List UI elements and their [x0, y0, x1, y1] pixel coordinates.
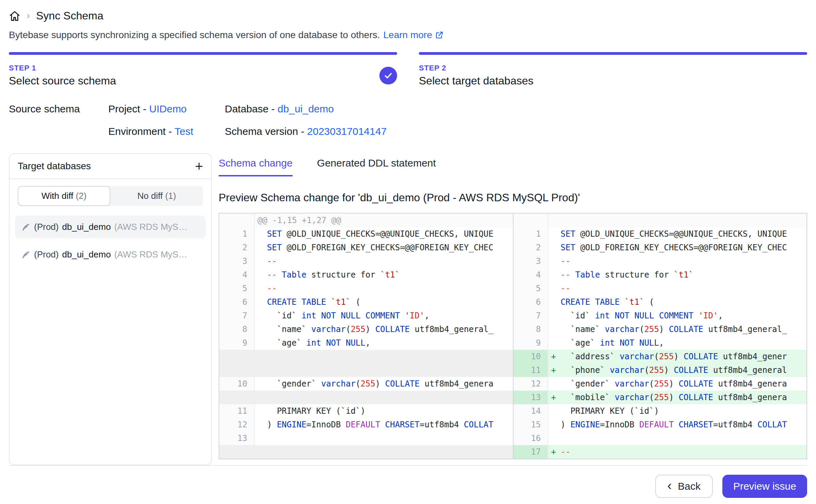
diff-hunk-header: @@ -1,15 +1,27 @@: [255, 214, 513, 227]
source-database-field: Database - db_ui_demo: [225, 102, 387, 116]
preview-tabs: Schema change Generated DDL statement: [219, 157, 807, 176]
diff-code-line: +--: [548, 445, 806, 459]
diff-add-sign: +: [551, 391, 561, 404]
diff-code-line: [255, 350, 513, 363]
diff-code-line: SET @OLD_FOREIGN_KEY_CHECKS=@@FOREIGN_KE…: [255, 241, 513, 254]
database-name: db_ui_demo: [62, 222, 111, 232]
back-button-label: Back: [678, 481, 701, 492]
tab-with-diff-count: (2): [76, 191, 87, 201]
diff-line-number: 6: [513, 295, 548, 309]
external-link-icon: [435, 31, 444, 40]
target-database-list: (Prod) db_ui_demo (AWS RDS MyS… (Prod) d…: [10, 211, 211, 270]
environment-label: Environment -: [108, 126, 175, 137]
tab-generated-ddl[interactable]: Generated DDL statement: [317, 157, 436, 176]
chevron-right-icon: ›: [27, 10, 30, 22]
project-label: Project -: [108, 103, 149, 114]
database-instance: (AWS RDS MyS…: [114, 249, 187, 260]
tab-schema-change[interactable]: Schema change: [219, 157, 293, 176]
diff-code-line: `gender` varchar(255) COLLATE utf8mb4_ge…: [255, 377, 513, 391]
diff-code-line: PRIMARY KEY (`id`): [548, 404, 806, 418]
diff-line-number: 2: [219, 241, 255, 254]
diff-code-line: CREATE TABLE `t1` (: [548, 295, 806, 309]
diff-line-number: 3: [219, 254, 255, 268]
diff-line-number: 10: [219, 377, 255, 391]
diff-code-line: `gender` varchar(255) COLLATE utf8mb4_ge…: [548, 377, 806, 391]
tab-no-diff-count: (1): [165, 191, 176, 201]
step-1-progress-bar: [9, 52, 397, 55]
diff-add-sign: +: [551, 445, 561, 459]
tab-no-diff[interactable]: No diff (1): [110, 186, 203, 206]
add-target-database-button[interactable]: +: [195, 161, 203, 172]
diff-code-line: CREATE TABLE `t1` (: [255, 295, 513, 309]
diff-line-number: [219, 350, 255, 363]
diff-add-sign: +: [551, 363, 561, 377]
check-icon: [384, 71, 393, 80]
database-list-item[interactable]: (Prod) db_ui_demo (AWS RDS MyS…: [15, 216, 206, 238]
schema-version-link[interactable]: 20230317014147: [307, 126, 387, 137]
step-2-title: Select target databases: [419, 75, 807, 87]
step-1-kicker: STEP 1: [9, 64, 379, 73]
diff-code-line: `age` int NOT NULL,: [548, 336, 806, 350]
diff-code-line: ) ENGINE=InnoDB DEFAULT CHARSET=utf8mb4 …: [255, 418, 513, 431]
diff-code-line: -- Table structure for `t1`: [548, 268, 806, 282]
schema-version-label: Schema version -: [225, 126, 307, 137]
step-2-kicker: STEP 2: [419, 64, 807, 73]
diff-line-number: [219, 391, 255, 404]
diff-code-line: PRIMARY KEY (`id`): [255, 404, 513, 418]
database-environment: (Prod): [34, 222, 59, 232]
diff-line-number: 3: [513, 254, 548, 268]
diff-line-number: 13: [219, 431, 255, 445]
target-databases-title: Target databases: [18, 161, 91, 172]
diff-line-number: 7: [513, 309, 548, 322]
diff-line-number: 12: [219, 418, 255, 431]
source-schema-label: Source schema: [9, 102, 108, 138]
preview-issue-button[interactable]: Preview issue: [722, 475, 807, 498]
diff-line-number: 10: [513, 350, 548, 363]
database-list-item[interactable]: (Prod) db_ui_demo (AWS RDS MyS…: [15, 243, 206, 266]
diff-header-gutter: [219, 214, 255, 227]
diff-code-line: [255, 363, 513, 377]
diff-line-number: 1: [513, 227, 548, 241]
source-project-field: Project - UIDemo: [108, 102, 225, 116]
diff-line-number: 4: [219, 268, 255, 282]
sync-schema-page: › Sync Schema Bytebase supports synchron…: [0, 0, 816, 504]
home-icon[interactable]: [9, 10, 20, 22]
diff-line-number: 2: [513, 241, 548, 254]
diff-code-line: [548, 431, 806, 445]
diff-line-number: 16: [513, 431, 548, 445]
database-link[interactable]: db_ui_demo: [278, 103, 334, 114]
diff-line-number: 6: [219, 295, 255, 309]
environment-link[interactable]: Test: [175, 126, 193, 137]
diff-code-line: [255, 391, 513, 404]
diff-line-number: [219, 363, 255, 377]
diff-filter-tabs: With diff (2) No diff (1): [18, 186, 203, 206]
project-link[interactable]: UIDemo: [149, 103, 187, 114]
step-1-completed-badge: [379, 67, 397, 84]
step-1: STEP 1 Select source schema: [9, 52, 397, 87]
diff-code-line: [255, 445, 513, 459]
database-instance: (AWS RDS MyS…: [114, 222, 187, 232]
diff-code-line: SET @OLD_UNIQUE_CHECKS=@@UNIQUE_CHECKS, …: [255, 227, 513, 241]
page-title: Sync Schema: [36, 10, 103, 22]
learn-more-label: Learn more: [383, 30, 432, 41]
database-label: Database -: [225, 103, 278, 114]
diff-line-number: 1: [219, 227, 255, 241]
diff-line-number: 4: [513, 268, 548, 282]
database-name: db_ui_demo: [62, 249, 111, 260]
diff-header-spacer: [548, 214, 806, 227]
source-environment-field: Environment - Test: [108, 125, 225, 138]
target-databases-panel: Target databases + With diff (2) No diff…: [9, 153, 212, 465]
diff-line-number: 15: [513, 418, 548, 431]
learn-more-link[interactable]: Learn more: [383, 30, 444, 41]
diff-line-number: 8: [219, 322, 255, 336]
diff-line-number: 17: [513, 445, 548, 459]
diff-code-line: + `mobile` varchar(255) COLLATE utf8mb4_…: [548, 391, 806, 404]
diff-line-number: 8: [513, 322, 548, 336]
diff-line-number: 12: [513, 377, 548, 391]
diff-code-line: `id` int NOT NULL COMMENT 'ID',: [255, 309, 513, 322]
back-button[interactable]: ‹ Back: [655, 475, 713, 498]
step-indicator: STEP 1 Select source schema STEP 2 Selec…: [9, 52, 807, 87]
tab-with-diff[interactable]: With diff (2): [18, 186, 110, 206]
source-schema-section: Source schema Project - UIDemo Database …: [9, 102, 807, 138]
diff-line-number: [219, 445, 255, 459]
